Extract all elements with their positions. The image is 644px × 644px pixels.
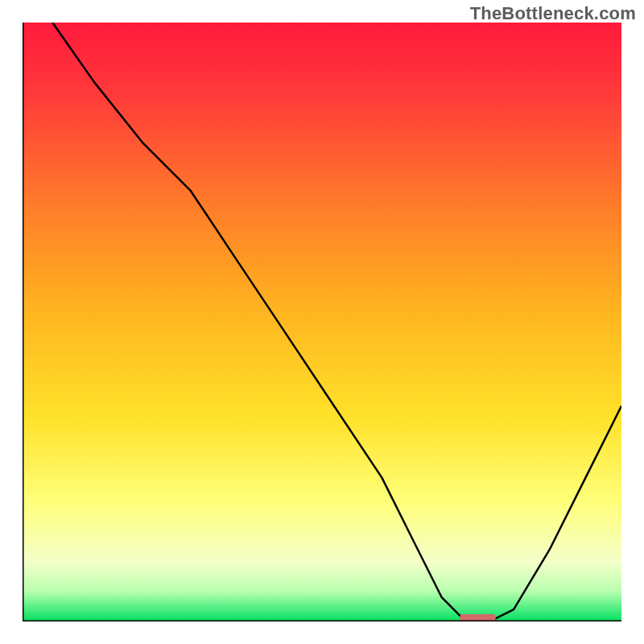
chart-stage: TheBottleneck.com — [0, 0, 644, 644]
chart-svg — [23, 23, 621, 621]
watermark-text: TheBottleneck.com — [470, 3, 636, 24]
plot-frame — [23, 23, 621, 621]
gradient-background — [23, 23, 621, 621]
